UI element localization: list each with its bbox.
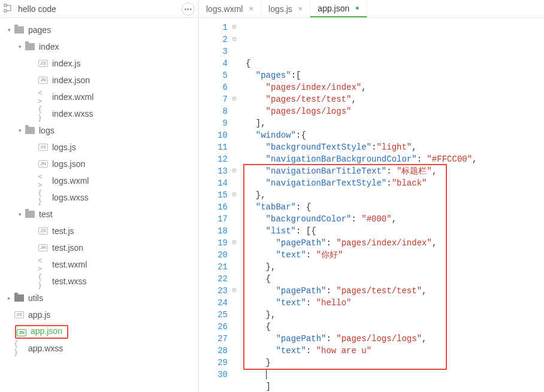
chevron-icon: ▾ <box>17 211 23 217</box>
code-line[interactable]: "backgroundTextStyle":"light", <box>246 141 544 153</box>
tree-item-index-js[interactable]: JSindex.js <box>0 55 198 72</box>
close-tab-icon[interactable]: × <box>249 4 253 13</box>
selected-file-highlight: JNapp.json <box>15 325 68 339</box>
json-file-icon: JN <box>38 75 49 85</box>
fold-toggle-icon[interactable]: ⊟ <box>231 189 237 201</box>
tree-item-label: utils <box>28 293 43 303</box>
folder-open-icon <box>25 209 35 219</box>
code-line[interactable] <box>246 369 544 381</box>
tree-item-index-wxss[interactable]: { }index.wxss <box>0 105 198 122</box>
line-number: 29 <box>199 357 240 369</box>
code-line[interactable]: "pages/logs/logs" <box>246 105 544 117</box>
tab-app-json[interactable]: app.json• <box>310 0 367 17</box>
tree-item-app-js[interactable]: JSapp.js <box>0 306 198 323</box>
line-number: 27 <box>199 333 240 345</box>
code-line[interactable]: "pagePath": "pages/index/index", <box>246 237 544 249</box>
tree-item-index-wxml[interactable]: < >index.wxml <box>0 89 198 105</box>
line-number: 22 <box>199 273 240 285</box>
line-number: 2⊟ <box>199 34 240 45</box>
line-number: 14 <box>199 177 240 189</box>
code-line[interactable]: "list": [{ <box>246 225 544 237</box>
code-area[interactable]: 1⊟2⊟34567⊟8910111213⊟1415⊟16171819⊟20212… <box>199 18 544 392</box>
fold-toggle-icon[interactable]: ⊟ <box>231 165 237 177</box>
more-button[interactable]: ••• <box>182 2 195 16</box>
tree-item-logs-js[interactable]: JSlogs.js <box>0 139 198 156</box>
line-number: 19⊟ <box>199 237 240 249</box>
file-explorer-sidebar: hello code ••• ▾pages▾indexJSindex.jsJNi… <box>0 0 199 392</box>
code-line[interactable]: "tabBar": { <box>246 201 544 213</box>
code-line[interactable]: "text": "你好" <box>246 249 544 261</box>
tree-item-label: index.json <box>52 75 90 85</box>
line-number: 13⊟ <box>199 165 240 177</box>
line-number: 16 <box>199 201 240 213</box>
tree-item-label: logs.json <box>52 159 85 169</box>
fold-toggle-icon[interactable]: ⊟ <box>231 34 237 45</box>
code-line[interactable]: } <box>246 357 544 369</box>
tree-item-index-json[interactable]: JNindex.json <box>0 72 198 89</box>
tree-item-logs-json[interactable]: JNlogs.json <box>0 156 198 172</box>
code-line[interactable]: "navigationBarBackgroundColor": "#FFCC00… <box>246 153 544 165</box>
tree-item-test-wxml[interactable]: < >test.wxml <box>0 256 198 273</box>
tree-item-test-json[interactable]: JNtest.json <box>0 239 198 256</box>
tree-item-index[interactable]: ▾index <box>0 38 198 55</box>
code-line[interactable]: "pages/test/test", <box>246 93 544 105</box>
tree-item-test-wxss[interactable]: { }test.wxss <box>0 273 198 290</box>
tree-item-label: pages <box>28 25 51 35</box>
line-number: 8 <box>199 105 240 117</box>
code-line[interactable]: "pages":[ <box>246 69 544 81</box>
line-number: 15⊟ <box>199 189 240 201</box>
code-line[interactable]: "pagePath": "pages/logs/logs", <box>246 333 544 345</box>
tree-item-pages[interactable]: ▾pages <box>0 22 198 38</box>
code-line[interactable]: "text": "how are u" <box>246 345 544 357</box>
tree-item-test-js[interactable]: JStest.js <box>0 223 198 239</box>
tree-item-app-json[interactable]: JNapp.json <box>0 323 198 340</box>
js-file-icon: JS <box>38 59 49 68</box>
tree-item-label: index.wxml <box>52 92 93 102</box>
code-line[interactable]: "pages/index/index", <box>246 81 544 93</box>
code-line[interactable]: { <box>246 321 544 333</box>
code-line[interactable]: "backgroundColor": "#000", <box>246 213 544 225</box>
tree-item-logs[interactable]: ▾logs <box>0 122 198 139</box>
fold-toggle-icon[interactable]: ⊟ <box>231 22 237 34</box>
json-file-icon: JN <box>38 159 49 169</box>
tree-item-test[interactable]: ▾test <box>0 206 198 223</box>
fold-toggle-icon[interactable]: ⊟ <box>231 93 237 105</box>
code-line[interactable]: }, <box>246 309 544 321</box>
folder-open-icon <box>14 25 25 35</box>
fold-toggle-icon[interactable]: ⊟ <box>231 285 237 297</box>
code-line[interactable]: ], <box>246 117 544 129</box>
tree-item-utils[interactable]: ▸utils <box>0 290 198 306</box>
tree-item-app-wxss[interactable]: { }app.wxss <box>0 340 198 357</box>
tree-item-logs-wxss[interactable]: { }logs.wxss <box>0 189 198 206</box>
wxss-file-icon: { } <box>14 344 25 353</box>
tab-logs-wxml[interactable]: logs.wxml× <box>199 0 261 17</box>
code-line[interactable]: ] <box>246 381 544 392</box>
wxml-file-icon: < > <box>38 260 49 269</box>
line-number: 21 <box>199 261 240 273</box>
line-number: 11 <box>199 141 240 153</box>
code-line[interactable]: "pagePath": "pages/test/test", <box>246 285 544 297</box>
line-number: 7⊟ <box>199 93 240 105</box>
chevron-icon: ▾ <box>17 127 23 133</box>
code-line[interactable]: "navigationBarTitleText": "标题栏", <box>246 165 544 177</box>
svg-rect-1 <box>4 10 7 12</box>
tree-item-logs-wxml[interactable]: < >logs.wxml <box>0 172 198 189</box>
fold-toggle-icon[interactable]: ⊟ <box>231 237 237 249</box>
line-number: 26 <box>199 321 240 333</box>
line-number: 1⊟ <box>199 22 240 34</box>
code-line[interactable]: "navigationBarTextStyle":"black" <box>246 177 544 189</box>
line-number: 28 <box>199 345 240 357</box>
tree-item-label: test.json <box>52 243 83 253</box>
close-tab-icon[interactable]: × <box>298 4 303 13</box>
tree-item-label: logs <box>39 126 55 135</box>
code-line[interactable]: "text": "hello" <box>246 297 544 309</box>
tab-logs-js[interactable]: logs.js× <box>261 0 310 17</box>
code-content[interactable]: { "pages":[ "pages/index/index", "pages/… <box>242 18 544 392</box>
line-number: 25 <box>199 309 240 321</box>
code-line[interactable]: { <box>246 57 544 69</box>
code-line[interactable]: }, <box>246 261 544 273</box>
code-line[interactable]: { <box>246 273 544 285</box>
code-line[interactable]: "window":{ <box>246 129 544 141</box>
code-line[interactable]: }, <box>246 189 544 201</box>
wxml-file-icon: < > <box>38 176 49 186</box>
